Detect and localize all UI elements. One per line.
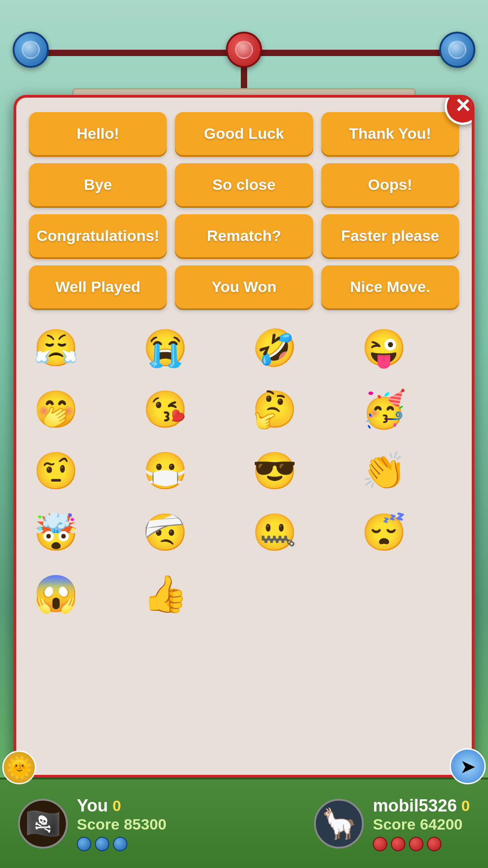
- player1-avatar: 🏴‍☠️: [18, 799, 68, 849]
- chat-btn-well-played[interactable]: Well Played: [29, 265, 167, 308]
- close-icon: ✕: [455, 96, 471, 116]
- emoji-mask[interactable]: 😷: [138, 444, 192, 498]
- player2-name: mobil5326: [373, 796, 457, 816]
- emoji-scared[interactable]: 😱: [29, 567, 83, 621]
- peg-red-center: [226, 32, 262, 68]
- chat-btn-faster-please[interactable]: Faster please: [321, 214, 459, 257]
- chat-btn-congratulations[interactable]: Congratulations!: [29, 214, 167, 257]
- dot-1: [77, 837, 91, 851]
- dot-r2: [391, 837, 405, 851]
- player2-wins: 0: [461, 797, 470, 815]
- dot-r1: [373, 837, 387, 851]
- player1-details: You 0 Score 85300: [77, 796, 167, 851]
- emoji-sleepy[interactable]: 😴: [357, 505, 411, 560]
- player2-info: 🦙 mobil5326 0 Score 64200: [314, 796, 470, 851]
- chat-btn-thank-you[interactable]: Thank You!: [321, 112, 459, 155]
- emoji-thinking[interactable]: 🤔: [248, 382, 302, 437]
- emoji-tongue-wink[interactable]: 😜: [357, 321, 411, 375]
- chat-btn-nice-move[interactable]: Nice Move.: [321, 265, 459, 308]
- emoji-angry[interactable]: 😤: [29, 321, 83, 375]
- chat-buttons-grid: Hello! Good Luck Thank You! Bye So close…: [29, 112, 459, 308]
- player1-name: You: [77, 796, 108, 816]
- chat-btn-so-close[interactable]: So close: [175, 163, 313, 206]
- chat-btn-hello[interactable]: Hello!: [29, 112, 167, 155]
- bottom-bar: 🏴‍☠️ You 0 Score 85300 🦙 mobil5326 0: [0, 778, 488, 868]
- emoji-crying-loud[interactable]: 😭: [138, 321, 192, 375]
- emoji-sunglasses[interactable]: 😎: [248, 444, 302, 498]
- player2-avatar: 🦙: [314, 799, 364, 849]
- peg-blue-right: [439, 32, 475, 68]
- player1-wins: 0: [113, 797, 121, 815]
- emoji-party[interactable]: 🥳: [357, 382, 411, 437]
- emoji-zipper[interactable]: 🤐: [248, 505, 302, 560]
- dot-r4: [427, 837, 441, 851]
- dot-2: [95, 837, 109, 851]
- dot-r3: [409, 837, 423, 851]
- emoji-laughing-cry[interactable]: 🤣: [248, 321, 302, 375]
- emoji-clap[interactable]: 👏: [357, 444, 411, 498]
- chat-btn-good-luck[interactable]: Good Luck: [175, 112, 313, 155]
- emoji-thumbs-up[interactable]: 👍: [138, 567, 192, 621]
- emoji-kiss[interactable]: 😘: [138, 382, 192, 437]
- modal-content: Hello! Good Luck Thank You! Bye So close…: [16, 98, 472, 775]
- player1-dots: [77, 837, 167, 851]
- emoji-bandage[interactable]: 🤕: [138, 505, 192, 560]
- chat-modal: ✕ Hello! Good Luck Thank You! Bye So clo…: [14, 95, 474, 778]
- player2-details: mobil5326 0 Score 64200: [373, 796, 470, 851]
- deco-ball-left: 🌞: [2, 750, 36, 784]
- player2-score: Score 64200: [373, 816, 470, 833]
- emoji-grid: 😤 😭 🤣 😜 🤭 😘 🤔 🥳 🤨 😷 😎 👏 🤯 🤕 🤐 😴 😱 👍: [29, 321, 459, 626]
- player1-info: 🏴‍☠️ You 0 Score 85300: [18, 796, 167, 851]
- chat-btn-oops[interactable]: Oops!: [321, 163, 459, 206]
- chat-btn-rematch[interactable]: Rematch?: [175, 214, 313, 257]
- player2-dots: [373, 837, 470, 851]
- emoji-hand-mouth[interactable]: 🤭: [29, 382, 83, 437]
- emoji-hmm[interactable]: 🤨: [29, 444, 83, 498]
- dot-3: [113, 837, 127, 851]
- emoji-shocked[interactable]: 🤯: [29, 505, 83, 560]
- deco-arrow-right: ➤: [450, 748, 486, 784]
- chat-btn-you-won[interactable]: You Won: [175, 265, 313, 308]
- chat-btn-bye[interactable]: Bye: [29, 163, 167, 206]
- player1-score: Score 85300: [77, 816, 167, 833]
- peg-blue-left: [13, 32, 49, 68]
